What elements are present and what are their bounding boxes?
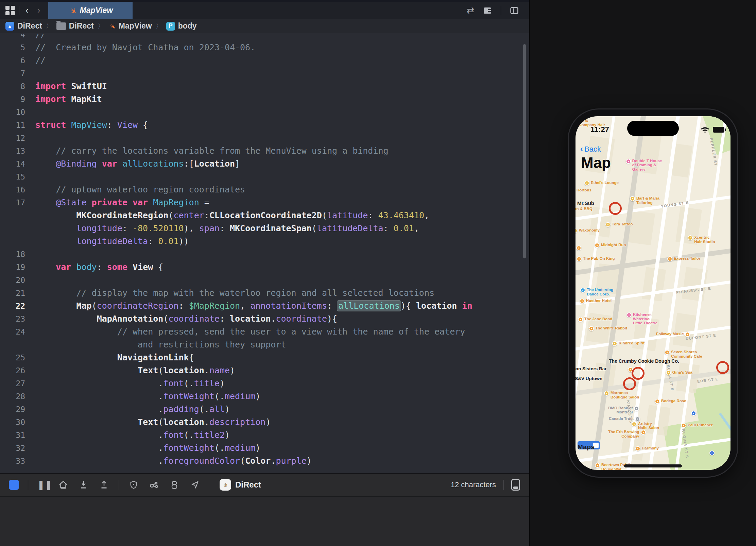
editor-tab-mapview[interactable]: MapView bbox=[48, 2, 133, 19]
code-line[interactable]: 29 .padding(.all) bbox=[0, 403, 525, 416]
line-number: 8 bbox=[0, 80, 27, 93]
code-line[interactable]: 11struct MapView: View { bbox=[0, 119, 525, 132]
back-button[interactable]: ‹Back bbox=[580, 144, 601, 154]
code-line[interactable]: 8import SwiftUI bbox=[0, 80, 525, 93]
code-text: @Binding var allLocations:[Location] bbox=[27, 157, 240, 170]
code-line[interactable]: 32 .fontWeight(.medium) bbox=[0, 442, 525, 455]
code-line[interactable]: 33 .foregroundColor(Color.purple) bbox=[0, 455, 525, 467]
restore-state-icon[interactable] bbox=[98, 480, 110, 490]
stack-icon[interactable] bbox=[169, 480, 180, 490]
maps-logo-text: Maps bbox=[578, 443, 595, 451]
line-number: 4 bbox=[0, 34, 27, 41]
code-line[interactable]: 10 bbox=[0, 106, 525, 119]
navigate-forward-button[interactable]: › bbox=[35, 5, 43, 16]
code-line[interactable]: 14 @Binding var allLocations:[Location] bbox=[0, 157, 525, 170]
poi-dot-icon bbox=[595, 243, 600, 248]
wifi-icon bbox=[701, 126, 709, 135]
location-arrow-icon[interactable] bbox=[189, 480, 201, 490]
code-line[interactable]: 22 Map(coordinateRegion: $MapRegion, ann… bbox=[0, 300, 525, 312]
adjust-editor-icon[interactable] bbox=[483, 6, 492, 15]
code-line[interactable]: 30 Text(location.description) bbox=[0, 416, 525, 429]
code-line[interactable]: 24 // when pressed, send the user to a v… bbox=[0, 325, 525, 338]
code-line[interactable]: 16 // uptown waterloo region coordinates bbox=[0, 183, 525, 196]
code-line[interactable]: MKCoordinateRegion(center:CLLocationCoor… bbox=[0, 209, 525, 222]
map-poi: Seven ShoresCommunity Cafe bbox=[665, 350, 702, 358]
map-poi: The Pub On King bbox=[577, 256, 615, 261]
code-line[interactable]: 17 @State private var MapRegion = bbox=[0, 196, 525, 209]
poi-label: Double T Houseof Framing &Gallery bbox=[632, 159, 662, 172]
code-line[interactable]: longitudeDelta: 0.01)) bbox=[0, 235, 525, 248]
pause-icon[interactable]: ❚❚ bbox=[37, 479, 49, 490]
xcode-window: ‹ › MapView ⇄ ▲ DiRect 〉 DiRect 〉 bbox=[0, 0, 529, 546]
code-line[interactable]: longitude: -80.520110), span: MKCoordina… bbox=[0, 222, 525, 235]
code-line[interactable]: 25 NavigationLink{ bbox=[0, 351, 525, 364]
code-text: Map(coordinateRegion: $MapRegion, annota… bbox=[27, 300, 472, 312]
poi-dot-icon bbox=[691, 411, 696, 416]
code-line[interactable]: 18 bbox=[0, 248, 525, 261]
code-line[interactable]: 5// Created by Navjot Chatha on 2023-04-… bbox=[0, 41, 525, 54]
poi-label: Harmony bbox=[642, 446, 659, 450]
code-line[interactable]: 6// bbox=[0, 54, 525, 67]
code-text: and restrictions they support bbox=[27, 338, 286, 351]
shield-icon[interactable] bbox=[128, 480, 139, 490]
code-line[interactable]: 26 Text(location.name) bbox=[0, 364, 525, 377]
code-line[interactable]: 12 bbox=[0, 132, 525, 144]
status-time: 11:27 bbox=[590, 125, 609, 134]
back-chevron-icon: ‹ bbox=[580, 144, 583, 153]
add-editor-icon[interactable] bbox=[510, 6, 519, 15]
code-line[interactable]: 15 bbox=[0, 170, 525, 183]
breadcrumb-project[interactable]: DiRect bbox=[17, 21, 42, 31]
poi-label: ylon Sisters Bar bbox=[575, 366, 606, 372]
poi-label: XcentricHair Studio bbox=[694, 235, 715, 244]
line-number: 6 bbox=[0, 54, 27, 67]
save-state-icon[interactable] bbox=[78, 480, 89, 490]
poi-label: Waxonomy bbox=[579, 228, 600, 233]
simulator-toolbar: ❚❚ ◎ DiRect 12 characters bbox=[0, 473, 529, 496]
breadcrumb-file[interactable]: MapView bbox=[119, 21, 152, 31]
line-number: 30 bbox=[0, 416, 27, 429]
code-line[interactable]: 21 // display the map with the waterloo … bbox=[0, 287, 525, 300]
breadcrumb-group[interactable]: DiRect bbox=[69, 21, 94, 31]
poi-dot-icon bbox=[630, 196, 635, 201]
poi-label: The Jane Bond bbox=[584, 317, 612, 321]
navigate-back-button[interactable]: ‹ bbox=[23, 5, 31, 16]
home-indicator[interactable] bbox=[624, 464, 682, 467]
line-number: 15 bbox=[0, 170, 27, 183]
source-editor[interactable]: 4//5// Created by Navjot Chatha on 2023-… bbox=[0, 34, 525, 473]
related-items-grid-icon[interactable] bbox=[5, 5, 16, 16]
line-number bbox=[0, 235, 27, 248]
nav-title: Map bbox=[581, 154, 611, 171]
map-poi: Tim Hortons bbox=[575, 188, 591, 192]
line-number: 22 bbox=[0, 300, 27, 312]
map-poi: Mr.Sub bbox=[577, 201, 594, 206]
poi-label: S&V Uptown bbox=[575, 376, 602, 381]
line-number: 28 bbox=[0, 390, 27, 403]
code-line[interactable]: 23 MapAnnotation(coordinate: location.co… bbox=[0, 312, 525, 325]
code-line[interactable]: 7 bbox=[0, 67, 525, 80]
poi-label: Midnight Run bbox=[601, 243, 626, 247]
line-number: 23 bbox=[0, 312, 27, 325]
simulator-panel: YOUNG ST EPEPPLER STPRINCESS ST EDUPONT … bbox=[529, 0, 756, 546]
map-annotation-circle[interactable] bbox=[609, 202, 622, 215]
code-review-icon[interactable]: ⇄ bbox=[467, 5, 474, 16]
running-app-chip[interactable]: ◎ DiRect bbox=[220, 479, 261, 491]
code-line[interactable]: 9import MapKit bbox=[0, 93, 525, 106]
home-icon[interactable] bbox=[57, 480, 69, 490]
share-nodes-icon[interactable] bbox=[148, 480, 160, 490]
code-line[interactable]: 4// bbox=[0, 34, 525, 41]
code-line[interactable]: 27 .font(.title) bbox=[0, 377, 525, 390]
editor-scrollbar[interactable] bbox=[523, 44, 526, 258]
code-line[interactable]: 20 bbox=[0, 274, 525, 287]
code-line[interactable]: 28 .fontWeight(.medium) bbox=[0, 390, 525, 403]
code-line[interactable]: 31 .font(.title2) bbox=[0, 429, 525, 442]
run-indicator-icon[interactable] bbox=[9, 480, 19, 490]
map-annotation-circle[interactable] bbox=[623, 377, 636, 390]
code-text: longitudeDelta: 0.01)) bbox=[27, 235, 189, 248]
device-icon[interactable] bbox=[511, 479, 520, 491]
code-line[interactable]: 13 // carry the locations variable from … bbox=[0, 144, 525, 157]
running-app-name: DiRect bbox=[235, 480, 261, 490]
breadcrumb-symbol[interactable]: body bbox=[178, 21, 197, 31]
code-line[interactable]: 19 var body: some View { bbox=[0, 261, 525, 274]
map-annotation-circle[interactable] bbox=[716, 361, 729, 374]
code-line[interactable]: and restrictions they support bbox=[0, 338, 525, 351]
